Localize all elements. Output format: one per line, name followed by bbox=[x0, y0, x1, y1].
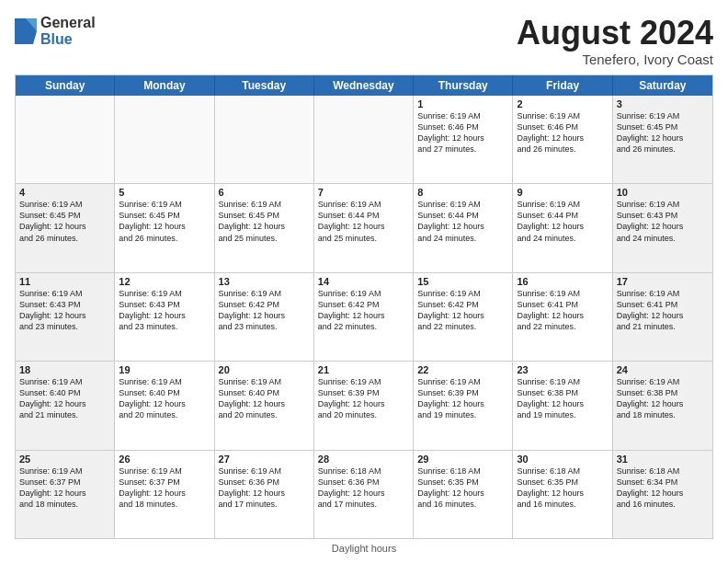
day-info: Sunrise: 6:19 AM Sunset: 6:40 PM Dayligh… bbox=[19, 376, 110, 421]
day-number: 22 bbox=[417, 364, 508, 375]
header-day-friday: Friday bbox=[513, 75, 612, 96]
calendar-row-2: 11Sunrise: 6:19 AM Sunset: 6:43 PM Dayli… bbox=[16, 273, 712, 362]
cal-cell-23: 23Sunrise: 6:19 AM Sunset: 6:38 PM Dayli… bbox=[513, 362, 612, 449]
header-day-wednesday: Wednesday bbox=[314, 75, 414, 96]
logo-text: General Blue bbox=[40, 15, 96, 47]
day-info: Sunrise: 6:19 AM Sunset: 6:43 PM Dayligh… bbox=[617, 199, 709, 244]
header-day-tuesday: Tuesday bbox=[215, 75, 314, 96]
day-number: 17 bbox=[617, 276, 709, 287]
day-info: Sunrise: 6:19 AM Sunset: 6:40 PM Dayligh… bbox=[119, 376, 210, 421]
header-day-saturday: Saturday bbox=[613, 75, 712, 96]
cal-cell-3: 3Sunrise: 6:19 AM Sunset: 6:45 PM Daylig… bbox=[613, 96, 712, 183]
cal-cell-empty-0-3 bbox=[314, 96, 414, 183]
day-info: Sunrise: 6:19 AM Sunset: 6:39 PM Dayligh… bbox=[417, 376, 508, 421]
calendar-row-0: 1Sunrise: 6:19 AM Sunset: 6:46 PM Daylig… bbox=[16, 96, 712, 184]
day-info: Sunrise: 6:19 AM Sunset: 6:46 PM Dayligh… bbox=[417, 110, 508, 155]
calendar-row-4: 25Sunrise: 6:19 AM Sunset: 6:37 PM Dayli… bbox=[16, 451, 712, 538]
day-number: 24 bbox=[617, 364, 709, 375]
day-number: 10 bbox=[617, 187, 709, 198]
cal-cell-6: 6Sunrise: 6:19 AM Sunset: 6:45 PM Daylig… bbox=[215, 184, 314, 271]
day-number: 9 bbox=[517, 187, 608, 198]
day-info: Sunrise: 6:19 AM Sunset: 6:45 PM Dayligh… bbox=[119, 199, 210, 244]
day-info: Sunrise: 6:19 AM Sunset: 6:44 PM Dayligh… bbox=[417, 199, 508, 244]
calendar: SundayMondayTuesdayWednesdayThursdayFrid… bbox=[15, 75, 713, 539]
cal-cell-10: 10Sunrise: 6:19 AM Sunset: 6:43 PM Dayli… bbox=[613, 184, 712, 271]
cal-cell-8: 8Sunrise: 6:19 AM Sunset: 6:44 PM Daylig… bbox=[414, 184, 513, 271]
header: General Blue August 2024 Tenefero, Ivory… bbox=[15, 15, 713, 67]
day-number: 1 bbox=[417, 98, 508, 109]
day-info: Sunrise: 6:19 AM Sunset: 6:41 PM Dayligh… bbox=[617, 288, 709, 333]
day-number: 13 bbox=[219, 276, 310, 287]
day-info: Sunrise: 6:19 AM Sunset: 6:45 PM Dayligh… bbox=[617, 110, 709, 155]
cal-cell-12: 12Sunrise: 6:19 AM Sunset: 6:43 PM Dayli… bbox=[115, 273, 214, 361]
day-info: Sunrise: 6:19 AM Sunset: 6:42 PM Dayligh… bbox=[318, 288, 409, 333]
cal-cell-18: 18Sunrise: 6:19 AM Sunset: 6:40 PM Dayli… bbox=[16, 362, 115, 449]
cal-cell-20: 20Sunrise: 6:19 AM Sunset: 6:40 PM Dayli… bbox=[215, 362, 314, 449]
title-block: August 2024 Tenefero, Ivory Coast bbox=[517, 15, 713, 67]
cal-cell-1: 1Sunrise: 6:19 AM Sunset: 6:46 PM Daylig… bbox=[414, 96, 513, 183]
cal-cell-22: 22Sunrise: 6:19 AM Sunset: 6:39 PM Dayli… bbox=[414, 362, 513, 449]
day-info: Sunrise: 6:19 AM Sunset: 6:43 PM Dayligh… bbox=[19, 288, 110, 333]
day-info: Sunrise: 6:19 AM Sunset: 6:40 PM Dayligh… bbox=[219, 376, 310, 421]
day-number: 29 bbox=[417, 454, 508, 465]
header-day-monday: Monday bbox=[115, 75, 214, 96]
day-info: Sunrise: 6:19 AM Sunset: 6:42 PM Dayligh… bbox=[219, 288, 310, 333]
cal-cell-25: 25Sunrise: 6:19 AM Sunset: 6:37 PM Dayli… bbox=[16, 451, 115, 538]
day-number: 6 bbox=[219, 187, 310, 198]
logo-general-text: General bbox=[40, 15, 96, 31]
day-number: 14 bbox=[318, 276, 409, 287]
page: General Blue August 2024 Tenefero, Ivory… bbox=[0, 0, 728, 563]
header-day-thursday: Thursday bbox=[414, 75, 513, 96]
cal-cell-7: 7Sunrise: 6:19 AM Sunset: 6:44 PM Daylig… bbox=[314, 184, 414, 271]
day-number: 25 bbox=[19, 454, 110, 465]
day-number: 8 bbox=[417, 187, 508, 198]
logo-icon bbox=[15, 18, 37, 44]
cal-cell-21: 21Sunrise: 6:19 AM Sunset: 6:39 PM Dayli… bbox=[314, 362, 414, 449]
cal-cell-14: 14Sunrise: 6:19 AM Sunset: 6:42 PM Dayli… bbox=[314, 273, 414, 361]
day-info: Sunrise: 6:19 AM Sunset: 6:45 PM Dayligh… bbox=[19, 199, 110, 244]
cal-cell-31: 31Sunrise: 6:18 AM Sunset: 6:34 PM Dayli… bbox=[613, 451, 712, 538]
calendar-row-1: 4Sunrise: 6:19 AM Sunset: 6:45 PM Daylig… bbox=[16, 184, 712, 272]
calendar-row-3: 18Sunrise: 6:19 AM Sunset: 6:40 PM Dayli… bbox=[16, 362, 712, 450]
day-number: 5 bbox=[119, 187, 210, 198]
day-number: 31 bbox=[617, 454, 709, 465]
day-number: 15 bbox=[417, 276, 508, 287]
day-info: Sunrise: 6:19 AM Sunset: 6:37 PM Dayligh… bbox=[119, 465, 210, 511]
title-location: Tenefero, Ivory Coast bbox=[517, 52, 713, 67]
day-info: Sunrise: 6:18 AM Sunset: 6:35 PM Dayligh… bbox=[417, 465, 508, 511]
day-info: Sunrise: 6:18 AM Sunset: 6:34 PM Dayligh… bbox=[617, 465, 709, 511]
day-number: 11 bbox=[19, 276, 110, 287]
day-info: Sunrise: 6:19 AM Sunset: 6:46 PM Dayligh… bbox=[517, 110, 608, 155]
day-info: Sunrise: 6:19 AM Sunset: 6:42 PM Dayligh… bbox=[417, 288, 508, 333]
title-month: August 2024 bbox=[517, 15, 713, 52]
calendar-body: 1Sunrise: 6:19 AM Sunset: 6:46 PM Daylig… bbox=[16, 96, 712, 538]
cal-cell-16: 16Sunrise: 6:19 AM Sunset: 6:41 PM Dayli… bbox=[513, 273, 612, 361]
cal-cell-29: 29Sunrise: 6:18 AM Sunset: 6:35 PM Dayli… bbox=[414, 451, 513, 538]
day-number: 30 bbox=[517, 454, 608, 465]
cal-cell-empty-0-2 bbox=[215, 96, 314, 183]
cal-cell-30: 30Sunrise: 6:18 AM Sunset: 6:35 PM Dayli… bbox=[513, 451, 612, 538]
day-number: 23 bbox=[517, 364, 608, 375]
day-number: 26 bbox=[119, 454, 210, 465]
logo: General Blue bbox=[15, 15, 96, 47]
day-number: 20 bbox=[219, 364, 310, 375]
cal-cell-26: 26Sunrise: 6:19 AM Sunset: 6:37 PM Dayli… bbox=[115, 451, 214, 538]
day-number: 21 bbox=[318, 364, 409, 375]
day-info: Sunrise: 6:19 AM Sunset: 6:37 PM Dayligh… bbox=[19, 465, 110, 511]
cal-cell-28: 28Sunrise: 6:18 AM Sunset: 6:36 PM Dayli… bbox=[314, 451, 414, 538]
day-number: 16 bbox=[517, 276, 608, 287]
cal-cell-empty-0-1 bbox=[115, 96, 214, 183]
cal-cell-9: 9Sunrise: 6:19 AM Sunset: 6:44 PM Daylig… bbox=[513, 184, 612, 271]
day-info: Sunrise: 6:19 AM Sunset: 6:45 PM Dayligh… bbox=[219, 199, 310, 244]
day-number: 28 bbox=[318, 454, 409, 465]
cal-cell-4: 4Sunrise: 6:19 AM Sunset: 6:45 PM Daylig… bbox=[16, 184, 115, 271]
day-number: 18 bbox=[19, 364, 110, 375]
day-info: Sunrise: 6:19 AM Sunset: 6:38 PM Dayligh… bbox=[517, 376, 608, 421]
day-info: Sunrise: 6:19 AM Sunset: 6:44 PM Dayligh… bbox=[318, 199, 409, 244]
cal-cell-2: 2Sunrise: 6:19 AM Sunset: 6:46 PM Daylig… bbox=[513, 96, 612, 183]
cal-cell-11: 11Sunrise: 6:19 AM Sunset: 6:43 PM Dayli… bbox=[16, 273, 115, 361]
cal-cell-24: 24Sunrise: 6:19 AM Sunset: 6:38 PM Dayli… bbox=[613, 362, 712, 449]
day-number: 4 bbox=[19, 187, 110, 198]
day-info: Sunrise: 6:19 AM Sunset: 6:44 PM Dayligh… bbox=[517, 199, 608, 244]
calendar-header: SundayMondayTuesdayWednesdayThursdayFrid… bbox=[16, 75, 712, 96]
